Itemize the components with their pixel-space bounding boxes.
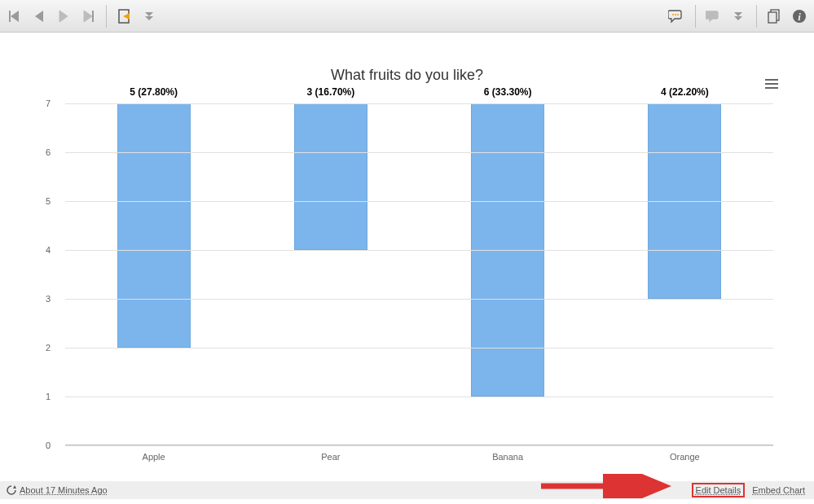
svg-text:en: en xyxy=(709,13,715,18)
footer-bar: About 17 Minutes Ago Edit Details Embed … xyxy=(0,481,814,499)
grid-line xyxy=(65,201,773,202)
toolbar-separator xyxy=(106,5,107,28)
svg-marker-14 xyxy=(734,12,742,16)
export-button[interactable] xyxy=(115,7,134,26)
bar-value-label: 5 (27.80%) xyxy=(130,86,178,98)
svg-point-10 xyxy=(672,14,674,15)
chart-container: What fruits do you like? 5 (27.80%)3 (16… xyxy=(0,33,814,470)
toolbar-separator xyxy=(756,5,757,28)
x-tick-label: Apple xyxy=(65,452,242,462)
svg-marker-8 xyxy=(145,12,153,16)
copy-icon[interactable] xyxy=(765,7,785,26)
svg-rect-5 xyxy=(92,11,94,22)
y-tick-label: 5 xyxy=(46,196,51,206)
svg-marker-9 xyxy=(145,16,153,20)
svg-marker-0 xyxy=(11,11,19,22)
bar-slot: 5 (27.80%) xyxy=(65,103,242,445)
svg-marker-15 xyxy=(734,16,742,20)
nav-next-button[interactable] xyxy=(54,7,73,26)
bar-value-label: 4 (22.20%) xyxy=(661,86,709,98)
x-axis-ticks: ApplePearBananaOrange xyxy=(65,452,773,462)
svg-rect-1 xyxy=(9,11,11,22)
grid-line xyxy=(65,348,773,348)
y-tick-label: 0 xyxy=(46,440,51,450)
y-tick-label: 3 xyxy=(46,294,51,304)
chart-plot-area: 5 (27.80%)3 (16.70%)6 (33.30%)4 (22.20%)… xyxy=(65,103,773,445)
nav-first-button[interactable] xyxy=(5,7,24,26)
y-tick-label: 1 xyxy=(46,392,51,401)
export-dropdown-icon[interactable] xyxy=(139,7,159,26)
svg-marker-2 xyxy=(35,11,43,22)
language-dropdown-icon[interactable] xyxy=(728,7,748,26)
x-tick-label: Pear xyxy=(242,452,419,462)
bar[interactable]: 5 (27.80%) xyxy=(117,103,191,348)
bar-value-label: 3 (16.70%) xyxy=(307,86,355,98)
x-tick-label: Banana xyxy=(420,452,596,462)
bar[interactable]: 3 (16.70%) xyxy=(294,103,367,250)
svg-marker-3 xyxy=(59,11,68,22)
nav-last-button[interactable] xyxy=(78,7,98,26)
y-tick-label: 6 xyxy=(46,147,51,157)
chart-title: What fruits do you like? xyxy=(24,67,790,84)
timestamp-link[interactable]: About 17 Minutes Ago xyxy=(20,485,108,495)
svg-marker-20 xyxy=(13,485,16,489)
bar-slot: 6 (33.30%) xyxy=(420,103,596,445)
bar-slot: 4 (22.20%) xyxy=(596,103,773,445)
x-tick-label: Orange xyxy=(596,452,773,462)
y-tick-label: 7 xyxy=(46,99,51,108)
svg-marker-4 xyxy=(84,11,92,22)
grid-line xyxy=(65,299,773,300)
top-toolbar: en i xyxy=(0,0,814,33)
comments-icon[interactable] xyxy=(667,7,687,26)
grid-line xyxy=(65,152,773,153)
svg-point-12 xyxy=(677,14,679,15)
info-icon[interactable]: i xyxy=(790,7,809,26)
chart-menu-icon[interactable] xyxy=(762,73,781,94)
embed-chart-link[interactable]: Embed Chart xyxy=(750,484,807,496)
svg-rect-17 xyxy=(768,12,777,23)
refresh-icon[interactable] xyxy=(7,485,16,495)
svg-marker-7 xyxy=(123,13,130,20)
edit-details-link[interactable]: Edit Details xyxy=(692,483,746,497)
language-icon[interactable]: en xyxy=(704,7,724,26)
toolbar-separator xyxy=(695,5,696,28)
bar-slot: 3 (16.70%) xyxy=(242,103,419,445)
svg-text:i: i xyxy=(798,11,801,23)
grid-line xyxy=(65,250,773,251)
svg-point-11 xyxy=(675,14,676,15)
grid-line xyxy=(65,445,773,446)
grid-line xyxy=(65,103,773,104)
y-tick-label: 2 xyxy=(46,343,51,353)
grid-line xyxy=(65,397,773,397)
y-tick-label: 4 xyxy=(46,245,51,255)
nav-prev-button[interactable] xyxy=(29,7,49,26)
bar-value-label: 6 (33.30%) xyxy=(484,86,532,98)
